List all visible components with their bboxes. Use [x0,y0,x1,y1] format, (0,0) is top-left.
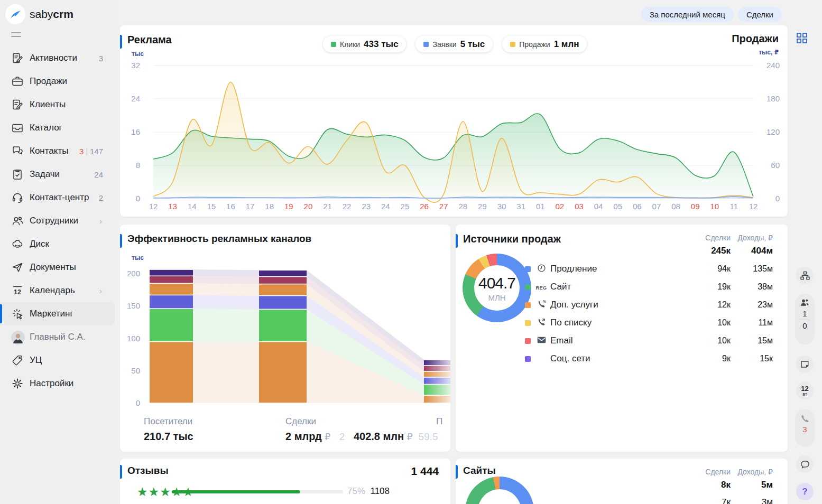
svg-text:12: 12 [749,202,758,211]
source-label: Доп. услуги [550,300,688,310]
sidebar-badge: 147 [90,147,103,156]
svg-text:22: 22 [343,202,352,211]
chevron-right-icon: › [99,286,102,295]
sidebar-item-14[interactable]: Настройки [0,372,115,395]
svg-text:14: 14 [188,202,197,211]
ads-legend: Клики 433 тыс Заявки 5 тыс Продажи 1 млн [323,36,587,52]
sidebar-item-label: Маркетинг [30,309,73,319]
sidebar-item-10[interactable]: 12Календарь› [0,279,115,302]
svg-text:0: 0 [775,194,780,203]
legend-label: Заявки [432,40,456,49]
calendar-day: 12 [801,385,808,392]
briefcase-icon [11,75,24,88]
reg-icon: REG [535,282,548,292]
sitemap-icon[interactable] [796,267,814,284]
sidebar-badge: 3 [99,54,103,63]
inbox-tray-icon [11,122,24,134]
phone-widget[interactable]: 3 [795,409,815,447]
svg-text:11: 11 [730,202,738,211]
right-axis-unit: тыс, ₽ [759,49,779,56]
sidebar-item-2[interactable]: Клиенты [0,93,115,116]
phone-icon [800,414,810,424]
sidebar-item-label: Документы [30,262,76,273]
source-row-3[interactable]: По списку 10к 11м [525,314,773,332]
source-swatch [525,302,531,308]
sales-sources-panel: Источники продаж Сделки Доходы, ₽ 245к 4… [456,225,788,452]
svg-text:16: 16 [226,202,235,211]
headset-icon [11,191,24,204]
svg-text:23: 23 [362,202,371,211]
missed-calls-badge: 3 [802,424,807,435]
sidebar-item-8[interactable]: Диск [0,232,115,256]
svg-text:29: 29 [478,202,487,211]
source-swatch [525,284,531,290]
sidebar-item-13[interactable]: УЦ [0,349,115,372]
svg-text:25: 25 [401,202,410,211]
svg-text:13: 13 [168,202,177,211]
legend-pill-1[interactable]: Заявки 5 тыс [415,36,493,52]
sidebar-item-6[interactable]: Контакт-центр2 [0,186,115,209]
svg-text:19: 19 [284,202,293,211]
sidebar-item-9[interactable]: Документы [0,256,115,279]
sidebar-item-11[interactable]: Маркетинг [0,302,115,325]
help-button[interactable]: ? [796,483,814,500]
funnel-stage1-label: Посетители [144,416,192,427]
sidebar-item-label: Каталог [30,123,62,133]
sidebar: sabycrm Активности3ПродажиКлиентыКаталог… [0,0,115,504]
source-income: 135м [731,264,773,274]
notebook-pen-icon [11,98,24,111]
panel-accent [120,465,122,479]
total-deals: 245к [688,246,731,256]
funnel-stage3-label: П [436,416,442,427]
funnel-stage1-value: 210.7 тыс [144,431,193,443]
paper-plane-icon [11,261,24,274]
svg-text:30: 30 [497,202,506,211]
chat-icon[interactable] [796,455,814,473]
help-label: ? [802,487,807,497]
svg-text:02: 02 [556,202,565,211]
sidebar-item-0[interactable]: Активности3 [0,46,115,70]
source-deals: 19к [688,282,731,292]
legend-swatch [331,42,336,47]
filter-pill-0[interactable]: За последний месяц [641,7,734,22]
reviews-panel-title: Отзывы [127,465,169,477]
menu-toggle-icon[interactable] [11,32,21,37]
legend-label: Продажи [519,40,550,49]
sidebar-item-3[interactable]: Каталог [0,116,115,139]
svg-text:26: 26 [420,202,429,211]
svg-text:60: 60 [771,161,780,170]
source-row-1[interactable]: REG Сайт 19к 38м [525,278,773,296]
app-logo[interactable]: sabycrm [5,4,73,24]
col-deals: Сделки [688,234,731,242]
sidebar-item-12[interactable]: Главный С.А. [0,325,115,349]
sidebar-item-1[interactable]: Продажи [0,70,115,93]
svg-text:0: 0 [136,194,140,203]
filter-pill-1[interactable]: Сделки [738,7,782,22]
sidebar-item-4[interactable]: Контакты3|147 [0,139,115,163]
online-users-widget[interactable]: 1 0 [795,294,815,344]
svg-text:32: 32 [131,61,140,70]
svg-text:50: 50 [131,366,140,375]
source-row-2[interactable]: % Доп. услуги 12к 23м [525,296,773,314]
source-swatch [525,266,531,272]
period-filterbar: За последний месяцСделки [641,7,782,22]
sidebar-menu: Активности3ПродажиКлиентыКаталогКонтакты… [0,46,115,395]
apps-grid-icon[interactable] [796,32,808,46]
source-income: 11м [731,318,773,328]
calendar-widget[interactable]: 12 вт [796,382,814,399]
source-row-4[interactable]: Email 10к 15м [525,332,773,350]
sidebar-item-label: Активности [30,53,77,63]
cloud-disk-icon [11,238,24,250]
sources-column-headers: Сделки Доходы, ₽ [688,234,773,242]
source-row-0[interactable]: Продление 94к 135м [525,260,773,278]
legend-pill-2[interactable]: Продажи 1 млн [502,36,587,52]
notes-icon[interactable] [796,356,814,373]
source-row-5[interactable]: Соц. сети 9к 15к [525,350,773,368]
sidebar-item-label: Задачи [30,169,60,180]
panel-accent [456,234,458,248]
sidebar-item-5[interactable]: Задачи24 [0,163,115,186]
svg-text:09: 09 [691,202,700,211]
svg-text:180: 180 [766,94,780,103]
sidebar-item-7[interactable]: Сотрудники› [0,209,115,232]
legend-pill-0[interactable]: Клики 433 тыс [323,36,406,52]
